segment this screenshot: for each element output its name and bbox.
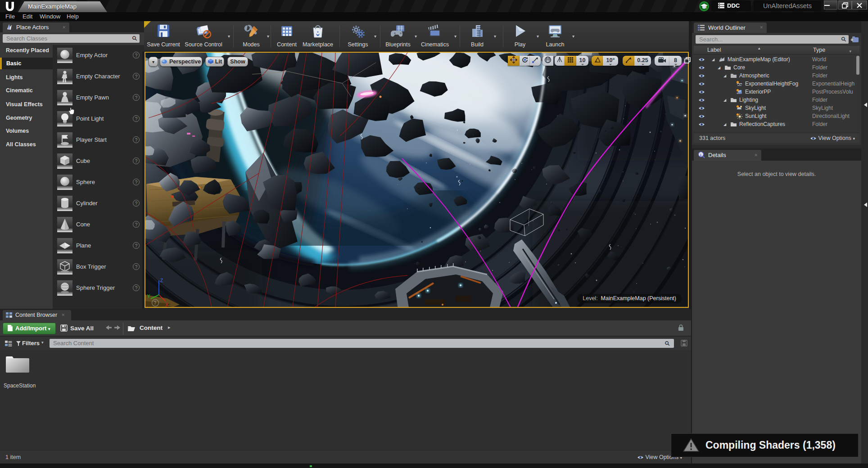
svg-text:Y: Y	[147, 294, 150, 299]
svg-text:X: X	[165, 302, 168, 307]
svg-text:Z: Z	[160, 278, 163, 283]
svg-text:+: +	[737, 92, 738, 95]
svg-text:+: +	[850, 37, 853, 42]
svg-text:?: ?	[154, 301, 157, 306]
